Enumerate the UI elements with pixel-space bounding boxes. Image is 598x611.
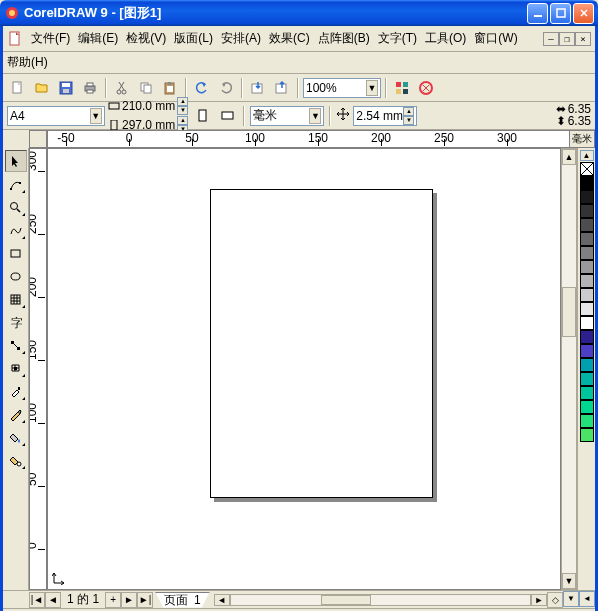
paper-size-input[interactable]: [10, 109, 90, 123]
mdi-close-button[interactable]: ×: [575, 32, 591, 46]
nudge-input[interactable]: [356, 109, 403, 123]
menu-bitmap[interactable]: 点阵图(B): [314, 28, 374, 49]
menu-tools[interactable]: 工具(O): [421, 28, 470, 49]
height-up[interactable]: ▲: [177, 116, 188, 125]
width-down[interactable]: ▼: [177, 106, 188, 115]
menu-arrange[interactable]: 安排(A): [217, 28, 265, 49]
save-button[interactable]: [55, 77, 77, 99]
export-button[interactable]: [271, 77, 293, 99]
shape-tool[interactable]: [5, 173, 27, 195]
menu-view[interactable]: 检视(V): [122, 28, 170, 49]
menu-window[interactable]: 窗口(W): [470, 28, 521, 49]
color-swatch[interactable]: [580, 218, 594, 232]
color-swatch[interactable]: [580, 274, 594, 288]
interactive-fill-tool[interactable]: [5, 334, 27, 356]
polygon-tool[interactable]: [5, 288, 27, 310]
nudge-down[interactable]: ▼: [403, 116, 414, 125]
outline-tool[interactable]: [5, 403, 27, 425]
color-swatch[interactable]: [580, 358, 594, 372]
zoom-input[interactable]: [306, 81, 366, 95]
scroll-up-button[interactable]: ▲: [562, 149, 576, 165]
page-tab[interactable]: 页面1: [155, 592, 210, 608]
color-swatch[interactable]: [580, 190, 594, 204]
menu-edit[interactable]: 编辑(E): [74, 28, 122, 49]
menu-file[interactable]: 文件(F): [27, 28, 74, 49]
horizontal-scrollbar[interactable]: ◄ ►: [214, 594, 547, 606]
new-button[interactable]: [7, 77, 29, 99]
interactive-mesh-tool[interactable]: [5, 449, 27, 471]
redo-button[interactable]: [215, 77, 237, 99]
ruler-origin[interactable]: [29, 130, 47, 148]
vertical-ruler[interactable]: 050100150200250300: [29, 148, 47, 590]
color-swatch[interactable]: [580, 288, 594, 302]
color-swatch[interactable]: [580, 414, 594, 428]
paper-dropdown-icon[interactable]: ▼: [90, 108, 102, 124]
eyedropper-tool[interactable]: [5, 380, 27, 402]
paste-button[interactable]: [159, 77, 181, 99]
color-swatch[interactable]: [580, 344, 594, 358]
pick-tool[interactable]: [5, 150, 27, 172]
scroll-right-button[interactable]: ►: [531, 594, 547, 606]
zoom-tool[interactable]: [5, 196, 27, 218]
units-input[interactable]: [253, 109, 309, 123]
cut-button[interactable]: [111, 77, 133, 99]
menu-effects[interactable]: 效果(C): [265, 28, 314, 49]
color-swatch[interactable]: [580, 232, 594, 246]
print-button[interactable]: [79, 77, 101, 99]
menu-layout[interactable]: 版面(L): [170, 28, 217, 49]
app-launcher-button[interactable]: [391, 77, 413, 99]
palette-down-button[interactable]: ▼: [563, 591, 579, 607]
maximize-button[interactable]: [550, 3, 571, 24]
rectangle-tool[interactable]: [5, 242, 27, 264]
fill-tool[interactable]: [5, 426, 27, 448]
hscroll-track[interactable]: [230, 594, 531, 606]
hscroll-thumb[interactable]: [321, 595, 371, 605]
color-swatch[interactable]: [580, 246, 594, 260]
color-swatch[interactable]: [580, 400, 594, 414]
prev-page-button[interactable]: ◄: [45, 592, 61, 608]
scroll-down-button[interactable]: ▼: [562, 573, 576, 589]
color-swatch[interactable]: [580, 204, 594, 218]
drawing-canvas[interactable]: [47, 148, 561, 590]
units-combo[interactable]: ▼: [250, 106, 324, 126]
first-page-button[interactable]: |◄: [29, 592, 45, 608]
color-swatch[interactable]: [580, 302, 594, 316]
mdi-restore-button[interactable]: ❐: [559, 32, 575, 46]
color-swatch[interactable]: [580, 260, 594, 274]
import-button[interactable]: [247, 77, 269, 99]
minimize-button[interactable]: [527, 3, 548, 24]
last-page-button[interactable]: ►|: [137, 592, 153, 608]
mdi-minimize-button[interactable]: –: [543, 32, 559, 46]
copy-button[interactable]: [135, 77, 157, 99]
vertical-scrollbar[interactable]: ▲ ▼: [561, 148, 577, 590]
color-swatch[interactable]: [580, 316, 594, 330]
units-dropdown-icon[interactable]: ▼: [309, 108, 321, 124]
horizontal-ruler[interactable]: 毫米 -50050100150200250300: [47, 130, 595, 148]
no-color-swatch[interactable]: [580, 162, 594, 176]
portrait-button[interactable]: [191, 105, 213, 127]
menu-text[interactable]: 文字(T): [374, 28, 421, 49]
add-page-left-button[interactable]: +: [105, 592, 121, 608]
zoom-combo[interactable]: ▼: [303, 78, 381, 98]
paper-size-combo[interactable]: ▼: [7, 106, 105, 126]
freehand-tool[interactable]: [5, 219, 27, 241]
text-tool[interactable]: 字: [5, 311, 27, 333]
next-page-button[interactable]: ►: [121, 592, 137, 608]
color-swatch[interactable]: [580, 428, 594, 442]
vscroll-track[interactable]: [562, 165, 576, 573]
color-swatch[interactable]: [580, 386, 594, 400]
color-swatch[interactable]: [580, 330, 594, 344]
nudge-combo[interactable]: ▲▼: [353, 106, 417, 126]
color-swatch[interactable]: [580, 176, 594, 190]
menu-help[interactable]: 帮助(H): [7, 54, 48, 71]
vscroll-thumb[interactable]: [562, 287, 576, 337]
close-button[interactable]: [573, 3, 594, 24]
corel-online-button[interactable]: [415, 77, 437, 99]
open-button[interactable]: [31, 77, 53, 99]
width-up[interactable]: ▲: [177, 97, 188, 106]
scroll-left-button[interactable]: ◄: [214, 594, 230, 606]
color-swatch[interactable]: [580, 372, 594, 386]
palette-up-button[interactable]: ▲: [580, 150, 594, 161]
zoom-dropdown-icon[interactable]: ▼: [366, 80, 378, 96]
landscape-button[interactable]: [216, 105, 238, 127]
